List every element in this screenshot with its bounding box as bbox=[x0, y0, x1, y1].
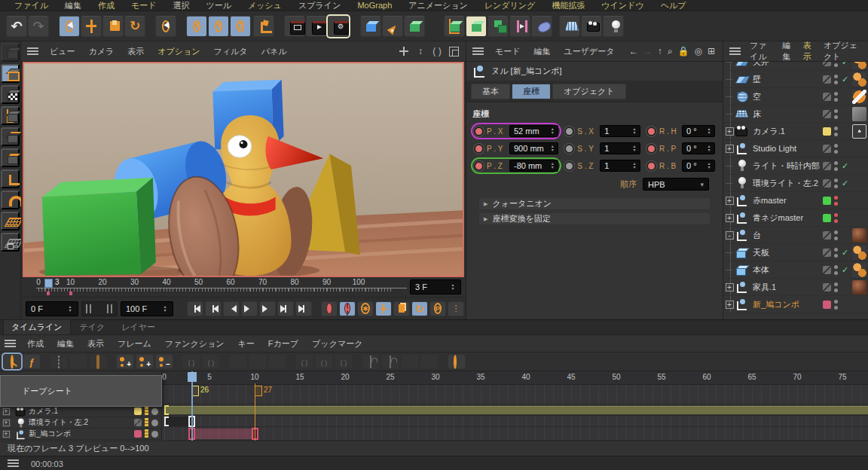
next-frame-button[interactable] bbox=[259, 301, 276, 316]
spinner-arrows-icon[interactable] bbox=[706, 145, 712, 152]
spinner-arrows-icon[interactable] bbox=[549, 127, 555, 135]
move-tool[interactable] bbox=[81, 16, 102, 37]
play-button[interactable] bbox=[241, 301, 258, 316]
keyframe-dot-icon[interactable] bbox=[564, 127, 574, 136]
object-name[interactable]: 台 bbox=[753, 230, 821, 241]
layer-color-swatch[interactable] bbox=[823, 93, 831, 101]
object-name[interactable]: 壁 bbox=[753, 74, 821, 85]
spinner-arrows-icon[interactable] bbox=[549, 162, 555, 169]
timeline-menu-item[interactable]: フレーム bbox=[111, 338, 158, 349]
range-handle[interactable] bbox=[107, 304, 113, 313]
layer-color-swatch[interactable] bbox=[823, 231, 831, 240]
expand-toggle-icon[interactable] bbox=[726, 301, 734, 309]
object-name[interactable]: カメラ.1 bbox=[753, 126, 821, 137]
visibility-dots-icon[interactable] bbox=[834, 144, 838, 154]
vbar-lock-button[interactable] bbox=[420, 354, 439, 369]
target-icon[interactable]: ◎ bbox=[694, 46, 701, 56]
bar-lock-button[interactable] bbox=[401, 354, 419, 369]
render-settings-button[interactable] bbox=[328, 16, 349, 37]
menu-item[interactable]: ファイル bbox=[6, 0, 57, 11]
expand-toggle-icon[interactable] bbox=[726, 249, 734, 257]
lock-icon[interactable]: 🔒 bbox=[677, 46, 689, 56]
texture-thumbnail[interactable] bbox=[852, 280, 866, 295]
spinner-arrows-icon[interactable] bbox=[706, 162, 712, 169]
object-row[interactable]: ライト・時計内部・右 ✓ bbox=[723, 157, 868, 175]
scale-tool[interactable] bbox=[102, 16, 124, 37]
object-row[interactable]: 天板 ✓ bbox=[723, 244, 868, 261]
solo-circle-icon[interactable] bbox=[151, 420, 158, 426]
keyframe-bracket[interactable] bbox=[164, 417, 169, 426]
keyframe-dot-icon[interactable] bbox=[474, 127, 484, 136]
attribute-tab[interactable]: 座標 bbox=[512, 84, 551, 99]
timeline-track-area[interactable]: 051015202530354045505560657075 26 27 bbox=[162, 371, 868, 441]
zero-angle-button[interactable] bbox=[182, 354, 200, 369]
summary-track-bar[interactable] bbox=[164, 406, 868, 414]
enabled-check-icon[interactable]: ✓ bbox=[841, 144, 849, 154]
subdivision-surface-menu[interactable] bbox=[404, 16, 425, 37]
value-field[interactable]: 52 mm bbox=[509, 125, 558, 137]
enabled-check-icon[interactable]: ✓ bbox=[841, 127, 849, 136]
enabled-check-icon[interactable]: ✓ bbox=[841, 109, 849, 119]
texture-thumbnail[interactable] bbox=[852, 228, 866, 243]
viewport-menu-item[interactable]: オプション bbox=[151, 46, 206, 57]
ripple-edit-button[interactable] bbox=[69, 354, 87, 369]
object-row[interactable]: 本体 ✓ bbox=[723, 261, 868, 279]
texture-thumbnail[interactable] bbox=[852, 62, 866, 69]
start-frame-field[interactable]: 0 F bbox=[26, 301, 78, 316]
region-tool-button[interactable] bbox=[89, 354, 107, 369]
points-cube-menu[interactable] bbox=[444, 16, 465, 37]
preview-range-slider[interactable] bbox=[81, 301, 118, 316]
expand-toggle-icon[interactable] bbox=[3, 419, 10, 426]
spinner-arrows-icon[interactable] bbox=[631, 127, 637, 135]
object-name[interactable]: 床 bbox=[753, 108, 821, 120]
object-row[interactable]: Studio Light ✓ bbox=[723, 140, 868, 157]
lock-time-button[interactable] bbox=[381, 354, 399, 369]
layer-color-swatch[interactable] bbox=[823, 283, 831, 291]
object-name[interactable]: 天板 bbox=[753, 247, 821, 258]
timeline-tab[interactable]: タイムライン bbox=[3, 319, 71, 334]
y-axis-lock[interactable]: Y bbox=[208, 16, 229, 37]
value-field[interactable]: 1 bbox=[600, 125, 640, 137]
order-dropdown[interactable]: HPB bbox=[643, 178, 709, 191]
camera-track[interactable] bbox=[164, 404, 868, 416]
layer-color-swatch[interactable] bbox=[823, 249, 831, 257]
render-view-button[interactable] bbox=[284, 16, 305, 37]
power-slider-ruler[interactable]: 0102030405060708090100 3 3 F bbox=[21, 277, 466, 298]
attribute-menu-item[interactable]: モード bbox=[488, 46, 527, 57]
menu-item[interactable]: ウインドウ bbox=[593, 0, 652, 11]
visibility-dots-icon[interactable] bbox=[834, 75, 838, 84]
zero-length-button[interactable] bbox=[202, 354, 220, 369]
visibility-dots-icon[interactable] bbox=[834, 196, 838, 206]
generator-menu[interactable] bbox=[466, 16, 487, 37]
bird-track[interactable] bbox=[164, 427, 868, 441]
viewport-canvas[interactable] bbox=[23, 62, 464, 277]
keyframe-dot-icon[interactable] bbox=[646, 127, 656, 136]
hamburger-icon[interactable] bbox=[5, 340, 16, 348]
lock-value-button[interactable] bbox=[362, 354, 380, 369]
visibility-dots-icon[interactable] bbox=[834, 282, 838, 292]
object-manager-menu-item[interactable]: 編集 bbox=[778, 40, 798, 63]
texture-thumbnail[interactable] bbox=[852, 90, 866, 104]
expand-toggle-icon[interactable] bbox=[726, 214, 734, 222]
expand-toggle-icon[interactable] bbox=[726, 283, 734, 291]
hamburger-icon[interactable] bbox=[729, 47, 741, 56]
menu-item[interactable]: 選択 bbox=[165, 0, 198, 11]
layer-color-swatch[interactable] bbox=[823, 266, 831, 274]
object-row[interactable]: 家具.1 ✓ bbox=[723, 279, 868, 296]
visibility-dots-icon[interactable] bbox=[834, 300, 838, 310]
object-name[interactable]: 環境ライト・左.2 bbox=[753, 178, 821, 189]
marker-box[interactable] bbox=[255, 386, 262, 396]
ease-in-button[interactable] bbox=[295, 354, 313, 369]
attribute-tab[interactable]: 基本 bbox=[471, 84, 510, 99]
hamburger-icon[interactable] bbox=[472, 47, 484, 56]
layer-color-swatch[interactable] bbox=[823, 145, 831, 153]
record-position-toggle[interactable] bbox=[375, 301, 392, 316]
automatic-mode-button[interactable] bbox=[50, 354, 68, 369]
menu-item[interactable]: 編集 bbox=[57, 0, 90, 11]
spinner-arrows-icon[interactable] bbox=[162, 305, 168, 313]
render-picture-viewer-button[interactable] bbox=[306, 16, 327, 37]
layer-color-swatch[interactable] bbox=[823, 179, 831, 188]
enabled-check-icon[interactable]: ✓ bbox=[841, 230, 849, 240]
timeline-ruler[interactable]: 051015202530354045505560657075 bbox=[162, 371, 868, 385]
expand-toggle-icon[interactable] bbox=[726, 145, 734, 153]
